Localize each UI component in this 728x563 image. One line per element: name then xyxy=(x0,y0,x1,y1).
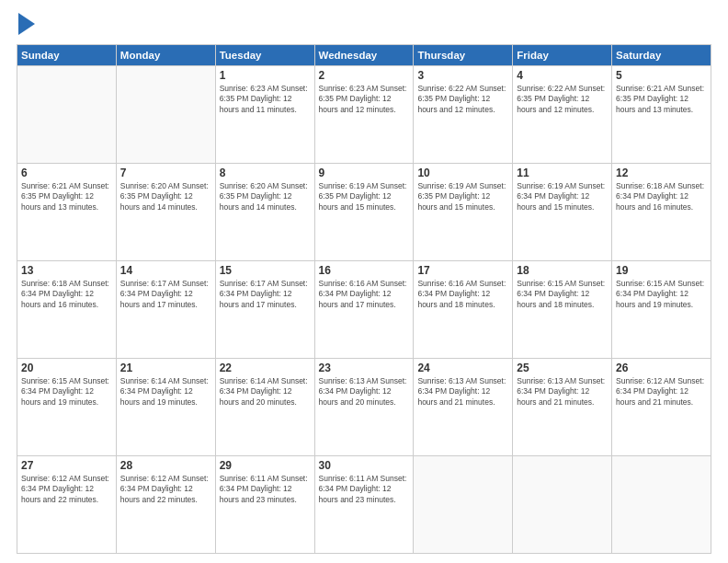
calendar-cell xyxy=(612,456,711,554)
calendar-cell: 16Sunrise: 6:16 AM Sunset: 6:34 PM Dayli… xyxy=(314,261,414,359)
calendar-cell: 3Sunrise: 6:22 AM Sunset: 6:35 PM Daylig… xyxy=(414,66,513,164)
calendar-cell: 24Sunrise: 6:13 AM Sunset: 6:34 PM Dayli… xyxy=(414,359,513,456)
day-number: 11 xyxy=(517,167,608,179)
day-info: Sunrise: 6:15 AM Sunset: 6:34 PM Dayligh… xyxy=(616,279,707,310)
svg-marker-0 xyxy=(18,13,35,35)
calendar-week-1: 1Sunrise: 6:23 AM Sunset: 6:35 PM Daylig… xyxy=(17,66,711,164)
day-header-tuesday: Tuesday xyxy=(215,45,314,66)
calendar-week-2: 6Sunrise: 6:21 AM Sunset: 6:35 PM Daylig… xyxy=(17,164,711,261)
day-number: 15 xyxy=(220,264,311,277)
day-info: Sunrise: 6:13 AM Sunset: 6:34 PM Dayligh… xyxy=(319,376,410,408)
day-number: 4 xyxy=(517,69,608,82)
calendar-cell: 21Sunrise: 6:14 AM Sunset: 6:34 PM Dayli… xyxy=(116,359,215,456)
calendar-cell: 13Sunrise: 6:18 AM Sunset: 6:34 PM Dayli… xyxy=(17,261,117,359)
day-info: Sunrise: 6:13 AM Sunset: 6:34 PM Dayligh… xyxy=(417,376,508,408)
day-header-sunday: Sunday xyxy=(17,45,117,66)
day-info: Sunrise: 6:18 AM Sunset: 6:34 PM Dayligh… xyxy=(21,279,112,310)
calendar-cell: 10Sunrise: 6:19 AM Sunset: 6:35 PM Dayli… xyxy=(414,164,513,261)
day-header-monday: Monday xyxy=(116,45,215,66)
day-info: Sunrise: 6:21 AM Sunset: 6:35 PM Dayligh… xyxy=(21,181,112,213)
day-info: Sunrise: 6:21 AM Sunset: 6:35 PM Dayligh… xyxy=(616,84,707,115)
calendar-cell: 2Sunrise: 6:23 AM Sunset: 6:35 PM Daylig… xyxy=(314,66,414,164)
calendar-week-5: 27Sunrise: 6:12 AM Sunset: 6:34 PM Dayli… xyxy=(17,456,711,554)
day-info: Sunrise: 6:14 AM Sunset: 6:34 PM Dayligh… xyxy=(220,376,311,408)
calendar-cell: 28Sunrise: 6:12 AM Sunset: 6:34 PM Dayli… xyxy=(116,456,215,554)
day-number: 2 xyxy=(319,69,410,82)
calendar-week-4: 20Sunrise: 6:15 AM Sunset: 6:34 PM Dayli… xyxy=(17,359,711,456)
day-number: 18 xyxy=(517,264,608,277)
calendar-cell: 11Sunrise: 6:19 AM Sunset: 6:34 PM Dayli… xyxy=(513,164,612,261)
day-info: Sunrise: 6:15 AM Sunset: 6:34 PM Dayligh… xyxy=(21,376,112,408)
day-number: 17 xyxy=(417,264,508,277)
day-number: 24 xyxy=(417,362,508,374)
day-number: 6 xyxy=(21,167,112,179)
calendar-cell: 20Sunrise: 6:15 AM Sunset: 6:34 PM Dayli… xyxy=(17,359,117,456)
day-info: Sunrise: 6:20 AM Sunset: 6:35 PM Dayligh… xyxy=(120,181,211,213)
day-number: 30 xyxy=(319,459,410,472)
day-info: Sunrise: 6:15 AM Sunset: 6:34 PM Dayligh… xyxy=(517,279,608,310)
calendar-cell xyxy=(513,456,612,554)
calendar-cell xyxy=(414,456,513,554)
calendar-week-3: 13Sunrise: 6:18 AM Sunset: 6:34 PM Dayli… xyxy=(17,261,711,359)
day-number: 13 xyxy=(21,264,112,277)
day-number: 22 xyxy=(220,362,311,374)
day-info: Sunrise: 6:17 AM Sunset: 6:34 PM Dayligh… xyxy=(120,279,211,310)
day-number: 5 xyxy=(616,69,707,82)
header xyxy=(17,17,711,35)
day-info: Sunrise: 6:20 AM Sunset: 6:35 PM Dayligh… xyxy=(220,181,311,213)
day-number: 3 xyxy=(417,69,508,82)
day-number: 10 xyxy=(417,167,508,179)
day-info: Sunrise: 6:12 AM Sunset: 6:34 PM Dayligh… xyxy=(616,376,707,408)
day-info: Sunrise: 6:11 AM Sunset: 6:34 PM Dayligh… xyxy=(319,474,410,505)
day-number: 1 xyxy=(220,69,311,82)
day-info: Sunrise: 6:13 AM Sunset: 6:34 PM Dayligh… xyxy=(517,376,608,408)
day-number: 12 xyxy=(616,167,707,179)
day-info: Sunrise: 6:11 AM Sunset: 6:34 PM Dayligh… xyxy=(220,474,311,505)
day-info: Sunrise: 6:22 AM Sunset: 6:35 PM Dayligh… xyxy=(517,84,608,115)
calendar-cell: 5Sunrise: 6:21 AM Sunset: 6:35 PM Daylig… xyxy=(612,66,711,164)
calendar-cell: 22Sunrise: 6:14 AM Sunset: 6:34 PM Dayli… xyxy=(215,359,314,456)
logo xyxy=(17,17,35,35)
calendar-cell: 25Sunrise: 6:13 AM Sunset: 6:34 PM Dayli… xyxy=(513,359,612,456)
calendar-cell: 4Sunrise: 6:22 AM Sunset: 6:35 PM Daylig… xyxy=(513,66,612,164)
calendar-cell: 27Sunrise: 6:12 AM Sunset: 6:34 PM Dayli… xyxy=(17,456,117,554)
day-number: 23 xyxy=(319,362,410,374)
day-number: 29 xyxy=(220,459,311,472)
day-header-wednesday: Wednesday xyxy=(314,45,414,66)
day-number: 27 xyxy=(21,459,112,472)
day-info: Sunrise: 6:17 AM Sunset: 6:34 PM Dayligh… xyxy=(220,279,311,310)
day-number: 21 xyxy=(120,362,211,374)
calendar-cell: 30Sunrise: 6:11 AM Sunset: 6:34 PM Dayli… xyxy=(314,456,414,554)
calendar-cell xyxy=(17,66,117,164)
calendar-cell: 9Sunrise: 6:19 AM Sunset: 6:35 PM Daylig… xyxy=(314,164,414,261)
calendar-cell: 18Sunrise: 6:15 AM Sunset: 6:34 PM Dayli… xyxy=(513,261,612,359)
calendar-header-row: SundayMondayTuesdayWednesdayThursdayFrid… xyxy=(17,45,711,66)
day-number: 19 xyxy=(616,264,707,277)
calendar-cell: 1Sunrise: 6:23 AM Sunset: 6:35 PM Daylig… xyxy=(215,66,314,164)
day-info: Sunrise: 6:19 AM Sunset: 6:35 PM Dayligh… xyxy=(417,181,508,213)
day-info: Sunrise: 6:23 AM Sunset: 6:35 PM Dayligh… xyxy=(319,84,410,115)
day-header-saturday: Saturday xyxy=(612,45,711,66)
calendar-table: SundayMondayTuesdayWednesdayThursdayFrid… xyxy=(17,44,711,554)
day-info: Sunrise: 6:23 AM Sunset: 6:35 PM Dayligh… xyxy=(220,84,311,115)
day-info: Sunrise: 6:19 AM Sunset: 6:35 PM Dayligh… xyxy=(319,181,410,213)
day-number: 9 xyxy=(319,167,410,179)
day-number: 16 xyxy=(319,264,410,277)
day-number: 28 xyxy=(120,459,211,472)
day-header-friday: Friday xyxy=(513,45,612,66)
calendar-cell xyxy=(116,66,215,164)
day-info: Sunrise: 6:22 AM Sunset: 6:35 PM Dayligh… xyxy=(417,84,508,115)
day-info: Sunrise: 6:12 AM Sunset: 6:34 PM Dayligh… xyxy=(120,474,211,505)
day-number: 8 xyxy=(220,167,311,179)
day-info: Sunrise: 6:19 AM Sunset: 6:34 PM Dayligh… xyxy=(517,181,608,213)
calendar-cell: 14Sunrise: 6:17 AM Sunset: 6:34 PM Dayli… xyxy=(116,261,215,359)
calendar-cell: 12Sunrise: 6:18 AM Sunset: 6:34 PM Dayli… xyxy=(612,164,711,261)
day-number: 20 xyxy=(21,362,112,374)
calendar-cell: 8Sunrise: 6:20 AM Sunset: 6:35 PM Daylig… xyxy=(215,164,314,261)
calendar-cell: 23Sunrise: 6:13 AM Sunset: 6:34 PM Dayli… xyxy=(314,359,414,456)
page: SundayMondayTuesdayWednesdayThursdayFrid… xyxy=(0,0,728,563)
calendar-cell: 7Sunrise: 6:20 AM Sunset: 6:35 PM Daylig… xyxy=(116,164,215,261)
calendar-cell: 6Sunrise: 6:21 AM Sunset: 6:35 PM Daylig… xyxy=(17,164,117,261)
day-number: 25 xyxy=(517,362,608,374)
day-info: Sunrise: 6:16 AM Sunset: 6:34 PM Dayligh… xyxy=(417,279,508,310)
